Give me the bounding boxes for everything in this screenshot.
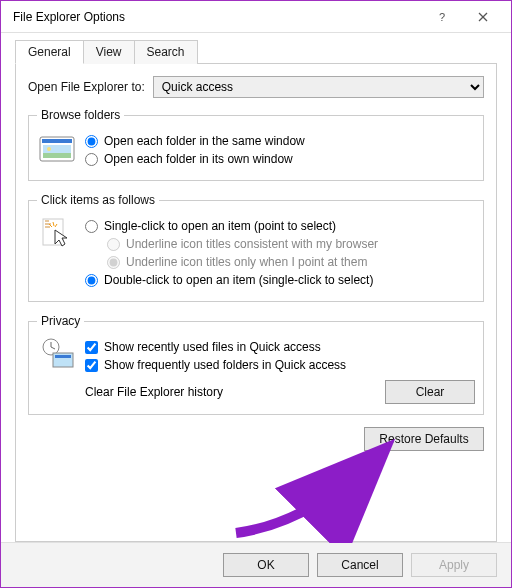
privacy-group: Privacy Show re: [28, 314, 484, 415]
restore-defaults-button[interactable]: Restore Defaults: [364, 427, 484, 451]
svg-rect-7: [43, 153, 71, 158]
content-area: General View Search Open File Explorer t…: [1, 33, 511, 542]
browse-own-window-label: Open each folder in its own window: [104, 152, 293, 166]
recent-files-option[interactable]: Show recently used files in Quick access: [85, 340, 475, 354]
double-click-option[interactable]: Double-click to open an item (single-cli…: [85, 273, 475, 287]
help-button[interactable]: ?: [423, 2, 463, 32]
open-to-row: Open File Explorer to: Quick access: [28, 76, 484, 98]
single-click-radio[interactable]: [85, 220, 98, 233]
underline-browser-radio: [107, 238, 120, 251]
tab-view[interactable]: View: [83, 40, 135, 64]
tab-search[interactable]: Search: [134, 40, 198, 64]
underline-browser-label: Underline icon titles consistent with my…: [126, 237, 378, 251]
click-items-group: Click items as follows Single-: [28, 193, 484, 302]
underline-point-option: Underline icon titles only when I point …: [107, 255, 475, 269]
single-click-option[interactable]: Single-click to open an item (point to s…: [85, 219, 475, 233]
ok-button[interactable]: OK: [223, 553, 309, 577]
close-button[interactable]: [463, 2, 503, 32]
double-click-radio[interactable]: [85, 274, 98, 287]
browse-folders-group: Browse folders: [28, 108, 484, 181]
open-to-select[interactable]: Quick access: [153, 76, 484, 98]
titlebar: File Explorer Options ?: [1, 1, 511, 33]
underline-point-radio: [107, 256, 120, 269]
click-items-legend: Click items as follows: [37, 193, 159, 207]
double-click-label: Double-click to open an item (single-cli…: [104, 273, 373, 287]
underline-point-label: Underline icon titles only when I point …: [126, 255, 367, 269]
privacy-icon: [37, 336, 77, 372]
recent-files-label: Show recently used files in Quick access: [104, 340, 321, 354]
svg-rect-13: [55, 355, 71, 358]
browse-same-window-option[interactable]: Open each folder in the same window: [85, 134, 475, 148]
browse-own-window-option[interactable]: Open each folder in its own window: [85, 152, 475, 166]
frequent-folders-label: Show frequently used folders in Quick ac…: [104, 358, 346, 372]
browse-same-window-label: Open each folder in the same window: [104, 134, 305, 148]
browse-folders-legend: Browse folders: [37, 108, 124, 122]
browse-own-window-radio[interactable]: [85, 153, 98, 166]
single-click-label: Single-click to open an item (point to s…: [104, 219, 336, 233]
tab-strip: General View Search: [15, 39, 497, 64]
privacy-legend: Privacy: [37, 314, 84, 328]
svg-rect-4: [42, 139, 72, 143]
cancel-button[interactable]: Cancel: [317, 553, 403, 577]
svg-text:?: ?: [439, 12, 445, 22]
tab-general[interactable]: General: [15, 40, 84, 64]
underline-browser-option: Underline icon titles consistent with my…: [107, 237, 475, 251]
clear-history-label: Clear File Explorer history: [85, 385, 385, 399]
svg-point-6: [47, 147, 51, 151]
folder-icon: [37, 130, 77, 166]
recent-files-checkbox[interactable]: [85, 341, 98, 354]
window-title: File Explorer Options: [13, 10, 423, 24]
browse-same-window-radio[interactable]: [85, 135, 98, 148]
open-to-label: Open File Explorer to:: [28, 80, 145, 94]
frequent-folders-option[interactable]: Show frequently used folders in Quick ac…: [85, 358, 475, 372]
dialog-footer: OK Cancel Apply: [1, 542, 511, 587]
dialog-window: File Explorer Options ? General View Sea…: [0, 0, 512, 588]
apply-button[interactable]: Apply: [411, 553, 497, 577]
tab-body: Open File Explorer to: Quick access Brow…: [15, 64, 497, 542]
cursor-icon: [37, 215, 77, 251]
frequent-folders-checkbox[interactable]: [85, 359, 98, 372]
clear-button[interactable]: Clear: [385, 380, 475, 404]
